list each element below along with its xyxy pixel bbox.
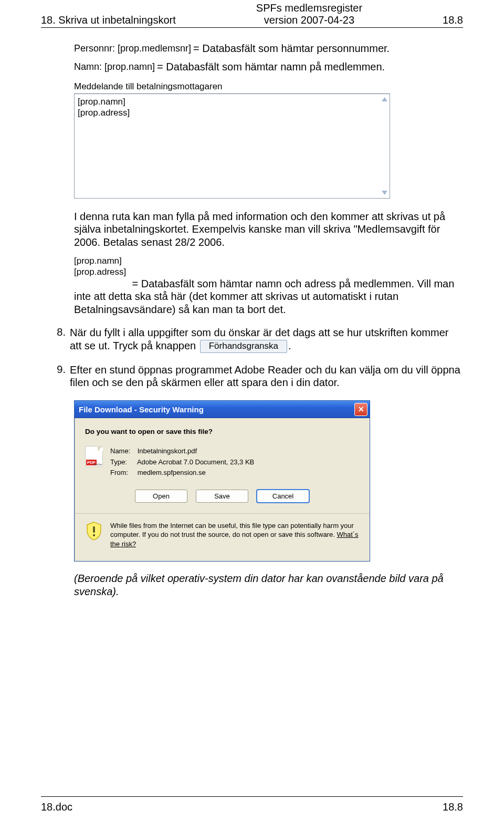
message-box-label: Meddelande till betalningsmottagaren — [74, 81, 463, 92]
step-9-text: Efter en stund öppnas programmet Adobe R… — [70, 363, 463, 389]
caption-italic: (Beroende på vilket operativ-system din … — [74, 572, 463, 598]
dlg-from-value: medlem.spfpension.se — [138, 469, 206, 476]
save-button[interactable]: Save — [196, 490, 248, 503]
open-button[interactable]: Open — [135, 490, 187, 503]
step-8-text2: . — [288, 340, 291, 351]
dialog-title: File Download - Security Warning — [79, 405, 204, 414]
header-right: 18.8 — [443, 14, 463, 26]
dlg-type-label: Type: — [110, 457, 135, 468]
scroll-down-icon[interactable] — [381, 190, 388, 196]
close-icon[interactable]: ✕ — [354, 403, 368, 416]
svg-point-1 — [93, 534, 95, 536]
footer-right: 18.8 — [443, 801, 463, 813]
page-header: 18. Skriva ut inbetalningskort SPFs medl… — [41, 2, 463, 28]
dialog-titlebar[interactable]: File Download - Security Warning ✕ — [75, 401, 370, 418]
paragraph-ruta: I denna ruta kan man fylla på med inform… — [74, 210, 463, 248]
message-textarea[interactable]: [prop.namn] [prop.adress] — [74, 94, 390, 199]
header-center-1: SPFs medlemsregister — [256, 2, 362, 14]
page-footer: 18.doc 18.8 — [41, 796, 463, 813]
message-scrollbar[interactable] — [380, 94, 390, 198]
dialog-question: Do you want to open or save this file? — [85, 428, 359, 435]
field-namn-desc: = Databasfält som hämtar namn på medlemm… — [157, 61, 385, 73]
paragraph-double-desc: = Databasfält som hämtar namn och adress… — [74, 278, 454, 315]
field-personnr-desc: = Databasfält som hämtar personnummer. — [193, 43, 390, 55]
field-personnr-label: Personnr: [prop.medlemsnr] — [74, 43, 191, 54]
preview-button[interactable]: Förhandsgranska — [200, 340, 287, 353]
dlg-name-label: Name: — [110, 446, 135, 456]
shield-warning-icon — [85, 521, 103, 541]
pdf-file-icon: PDF Adobe — [85, 446, 103, 467]
dialog-warning-text: While files from the Internet can be use… — [110, 522, 354, 539]
step-8-number: 8. — [41, 326, 66, 352]
header-center-2: version 2007-04-23 — [256, 14, 362, 26]
message-line-2: [prop.adress] — [78, 107, 376, 118]
field-double-1: [prop.namn] — [74, 256, 463, 266]
svg-rect-0 — [93, 526, 94, 533]
dlg-from-label: From: — [110, 468, 135, 478]
field-double-2: [prop.adress] — [74, 267, 463, 277]
file-download-dialog: File Download - Security Warning ✕ Do yo… — [74, 400, 370, 562]
footer-left: 18.doc — [41, 801, 72, 813]
scroll-up-icon[interactable] — [381, 96, 388, 102]
header-left: 18. Skriva ut inbetalningskort — [41, 14, 176, 26]
dlg-name-value: Inbetalningskort.pdf — [138, 447, 197, 455]
step-9-number: 9. — [41, 363, 66, 389]
message-line-1: [prop.namn] — [78, 96, 376, 107]
cancel-button[interactable]: Cancel — [257, 490, 309, 503]
dlg-type-value: Adobe Acrobat 7.0 Document, 23,3 KB — [137, 458, 254, 466]
field-namn-label: Namn: [prop.namn] — [74, 61, 155, 72]
